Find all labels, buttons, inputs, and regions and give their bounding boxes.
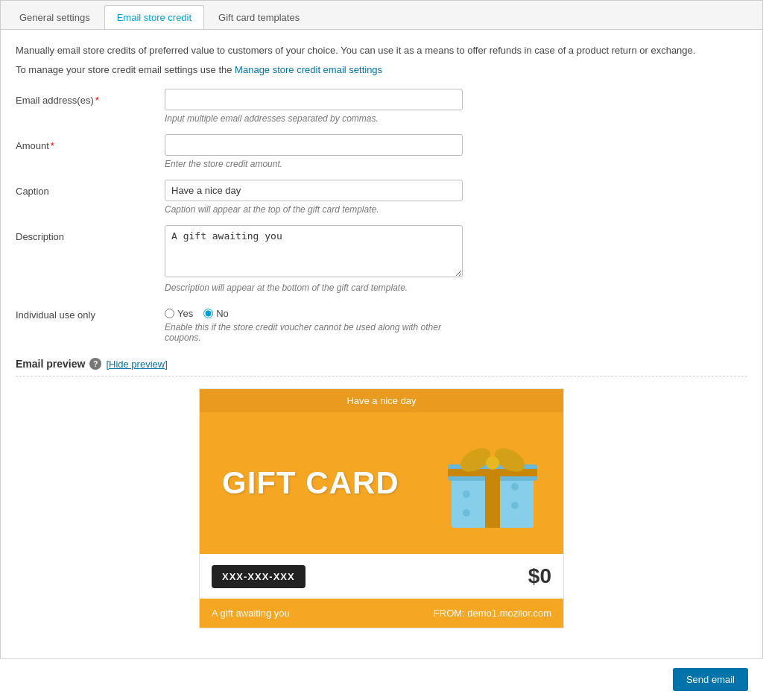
individual-use-hint: Enable this if the store credit voucher … bbox=[165, 322, 463, 343]
tab-general-settings[interactable]: General settings bbox=[7, 5, 103, 29]
radio-no-option[interactable]: No bbox=[203, 308, 229, 319]
email-label: Email address(es)* bbox=[16, 89, 165, 124]
email-control-wrap: Input multiple email addresses separated… bbox=[165, 89, 463, 124]
amount-row: Amount* Enter the store credit amount. bbox=[16, 134, 747, 169]
description-control-wrap: A gift awaiting you Description will app… bbox=[165, 225, 463, 293]
tab-email-store-credit[interactable]: Email store credit bbox=[104, 5, 204, 29]
email-preview-card: Have a nice day GIFT CARD bbox=[199, 388, 564, 628]
manage-store-credit-link[interactable]: Manage store credit email settings bbox=[235, 64, 382, 75]
caption-row: Caption Caption will appear at the top o… bbox=[16, 180, 747, 215]
radio-yes-option[interactable]: Yes bbox=[165, 308, 193, 319]
gift-card-caption-bar: Have a nice day bbox=[200, 389, 563, 412]
radio-group: Yes No bbox=[165, 303, 463, 319]
gift-card-code: XXX-XXX-XXX bbox=[212, 565, 305, 588]
tabs-bar: General settings Email store credit Gift… bbox=[1, 1, 762, 30]
form: Email address(es)* Input multiple email … bbox=[16, 89, 747, 343]
caption-control-wrap: Caption will appear at the top of the gi… bbox=[165, 180, 463, 215]
svg-point-8 bbox=[511, 502, 519, 509]
svg-point-9 bbox=[463, 509, 470, 517]
amount-input[interactable] bbox=[165, 134, 463, 156]
gift-card-amount: $0 bbox=[528, 564, 551, 588]
tab-gift-card-templates[interactable]: Gift card templates bbox=[206, 5, 312, 29]
description-textarea[interactable]: A gift awaiting you bbox=[165, 225, 463, 277]
svg-rect-3 bbox=[448, 469, 537, 476]
amount-hint: Enter the store credit amount. bbox=[165, 159, 463, 169]
svg-rect-2 bbox=[485, 476, 500, 528]
email-row: Email address(es)* Input multiple email … bbox=[16, 89, 747, 124]
bottom-bar: Send email bbox=[0, 658, 763, 700]
email-preview-heading: Email preview ? [Hide preview] bbox=[16, 358, 747, 370]
desc-footer-description: A gift awaiting you bbox=[212, 608, 290, 619]
send-email-button[interactable]: Send email bbox=[673, 668, 748, 691]
code-amount-row: XXX-XXX-XXX $0 bbox=[200, 554, 563, 599]
main-content: Manually email store credits of preferre… bbox=[1, 30, 762, 688]
preview-divider bbox=[16, 376, 747, 376]
desc-footer-from: FROM: demo1.mozilor.com bbox=[434, 608, 551, 619]
gift-box-icon bbox=[444, 435, 541, 532]
caption-label: Caption bbox=[16, 180, 165, 215]
individual-use-label: Individual use only bbox=[16, 303, 165, 343]
email-preview-title: Email preview bbox=[16, 358, 85, 370]
description-label: Description bbox=[16, 225, 165, 293]
desc-footer: A gift awaiting you FROM: demo1.mozilor.… bbox=[200, 599, 563, 628]
caption-input[interactable] bbox=[165, 180, 463, 201]
amount-control-wrap: Enter the store credit amount. bbox=[165, 134, 463, 169]
intro-line1: Manually email store credits of preferre… bbox=[16, 43, 747, 58]
gift-card-title: GIFT CARD bbox=[222, 465, 399, 501]
amount-label: Amount* bbox=[16, 134, 165, 169]
email-required-star: * bbox=[95, 95, 99, 106]
caption-hint: Caption will appear at the top of the gi… bbox=[165, 204, 463, 215]
radio-yes[interactable] bbox=[165, 309, 174, 318]
intro-line2: To manage your store credit email settin… bbox=[16, 63, 747, 78]
description-row: Description A gift awaiting you Descript… bbox=[16, 225, 747, 293]
svg-point-10 bbox=[511, 483, 519, 491]
individual-use-row: Individual use only Yes No Enable this i… bbox=[16, 303, 747, 343]
email-preview-wrapper: Have a nice day GIFT CARD bbox=[16, 388, 747, 628]
hide-preview-link[interactable]: [Hide preview] bbox=[106, 359, 167, 370]
svg-point-7 bbox=[463, 491, 470, 498]
radio-no[interactable] bbox=[203, 309, 213, 318]
email-input[interactable] bbox=[165, 89, 463, 110]
description-hint: Description will appear at the bottom of… bbox=[165, 283, 463, 293]
help-icon[interactable]: ? bbox=[89, 358, 101, 370]
individual-use-control-wrap: Yes No Enable this if the store credit v… bbox=[165, 303, 463, 343]
radio-no-label: No bbox=[216, 308, 229, 319]
svg-point-6 bbox=[486, 456, 499, 470]
email-hint: Input multiple email addresses separated… bbox=[165, 113, 463, 124]
amount-required-star: * bbox=[51, 140, 54, 151]
gift-card-banner: GIFT CARD bbox=[200, 412, 563, 554]
radio-yes-label: Yes bbox=[177, 308, 193, 319]
gift-card-main: GIFT CARD bbox=[200, 412, 563, 554]
